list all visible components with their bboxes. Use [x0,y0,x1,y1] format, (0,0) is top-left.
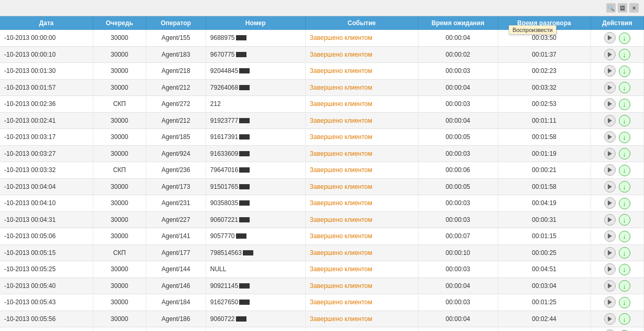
cell-actions: ↓ [591,46,643,63]
download-button[interactable]: ↓ [619,297,630,308]
cell-event: Завершено клиентом [305,79,418,96]
play-icon [608,300,612,305]
play-button[interactable] [604,65,616,77]
play-button[interactable] [604,115,616,126]
download-button[interactable]: ↓ [619,82,630,93]
event-link[interactable]: Завершено клиентом [310,117,372,124]
cell-talk: 00:01:11 [498,112,591,129]
event-link[interactable]: Завершено клиентом [310,232,372,240]
cell-talk: 00:00:13 [498,327,591,332]
play-button[interactable] [604,296,616,308]
play-button[interactable] [604,313,616,325]
cell-actions: ↓ [591,327,643,332]
cell-talk: 00:03:32 [498,79,591,96]
play-button[interactable] [604,230,616,242]
image-icon[interactable]: 🖼 [618,3,627,13]
table-row: -10-2013 00:00:00 30000 Agent/155 968897… [0,30,644,46]
cell-number: NULL [206,261,305,278]
download-button[interactable]: ↓ [619,132,630,143]
play-button[interactable] [604,82,616,93]
event-link[interactable]: Завершено клиентом [310,183,372,190]
play-icon [608,266,612,272]
event-link[interactable]: Завершено клиентом [310,265,372,273]
event-link[interactable]: Завершено клиентом [310,84,372,91]
event-link[interactable]: Завершено клиентом [310,166,372,174]
download-button[interactable]: ↓ [619,264,630,275]
play-button[interactable] [604,164,616,176]
event-link[interactable]: Завершено клиентом [310,67,372,74]
search-icon[interactable]: 🔍 [606,3,616,13]
cell-date: -10-2013 00:03:32 [0,162,93,179]
cell-event: Завершено клиентом [305,311,418,327]
download-button[interactable]: ↓ [619,99,630,110]
play-icon [608,250,612,255]
download-button[interactable]: ↓ [619,280,630,292]
event-link[interactable]: Завершено клиентом [310,315,372,323]
play-icon [608,184,612,189]
event-link[interactable]: Завершено клиентом [310,34,372,41]
event-link[interactable]: Завершено клиентом [310,298,372,306]
cell-talk: 00:00:21 [498,162,591,179]
cell-number: 79264068 [206,79,305,96]
play-button[interactable] [604,247,616,259]
cell-date: -10-2013 00:05:43 [0,294,93,311]
play-button[interactable] [604,32,616,44]
play-button[interactable] [604,197,616,209]
cell-queue: 30000 [93,228,146,245]
cell-wait: 00:00:09 [418,327,498,332]
download-icon: ↓ [622,183,626,191]
download-button[interactable]: ↓ [619,148,630,159]
event-link[interactable]: Завершено клиентом [310,150,372,157]
cell-number: 91633609 [206,145,305,162]
play-button[interactable] [604,280,616,292]
cell-actions: ↓ [591,244,643,261]
play-button[interactable] [604,181,616,193]
cell-event: Завершено клиентом [305,178,418,195]
cell-operator: Agent/231 [146,195,206,212]
download-button[interactable]: ↓ [619,115,630,126]
download-button[interactable]: ↓ [619,165,630,176]
download-button[interactable]: ↓ [619,247,630,259]
play-icon [608,52,612,57]
cell-queue: 30000 [93,129,146,146]
play-icon [608,167,612,173]
col-header-event: Событие [305,16,418,30]
cell-actions: ↓ [591,30,643,46]
cell-actions: ↓ [591,277,643,294]
download-button[interactable]: ↓ [619,198,630,209]
download-button[interactable]: ↓ [619,214,630,226]
download-button[interactable]: ↓ [619,66,630,77]
cell-actions: ↓ [591,311,643,327]
play-button[interactable] [604,148,616,159]
download-button[interactable]: ↓ [619,33,630,44]
play-button[interactable] [604,214,616,226]
event-link[interactable]: Завершено клиентом [310,133,372,141]
event-link[interactable]: Завершено клиентом [310,249,372,257]
play-button[interactable] [604,98,616,110]
cell-wait: 00:00:05 [418,178,498,195]
download-button[interactable]: ↓ [619,313,630,325]
table-row: -10-2013 00:05:43 30000 Agent/184 916276… [0,294,644,311]
event-link[interactable]: Завершено клиентом [310,199,372,207]
cell-actions: ↓ [591,195,643,212]
table-row: -10-2013 00:04:31 30000 Agent/227 906072… [0,211,644,228]
play-button[interactable] [604,263,616,275]
cell-operator: Agent/212 [146,79,206,96]
close-icon[interactable]: ✕ [629,3,639,13]
play-button[interactable] [604,49,616,60]
download-icon: ↓ [622,34,626,42]
event-link[interactable]: Завершено клиентом [310,216,372,223]
event-link[interactable]: Завершено клиентом [310,282,372,290]
play-button[interactable] [604,131,616,143]
download-button[interactable]: ↓ [619,231,630,242]
download-button[interactable]: ↓ [619,181,630,193]
cell-actions: ↓ [591,294,643,311]
event-link[interactable]: Завершено клиентом [310,51,372,58]
download-button[interactable]: ↓ [619,49,630,60]
event-link[interactable]: Завершено клиентом [310,100,372,108]
cell-date: -10-2013 00:04:31 [0,211,93,228]
table-row: -10-2013 00:01:30 30000 Agent/218 920448… [0,63,644,80]
col-header-operator: Оператор [146,16,206,30]
download-icon: ↓ [622,84,626,92]
cell-event: Завершено клиентом [305,244,418,261]
